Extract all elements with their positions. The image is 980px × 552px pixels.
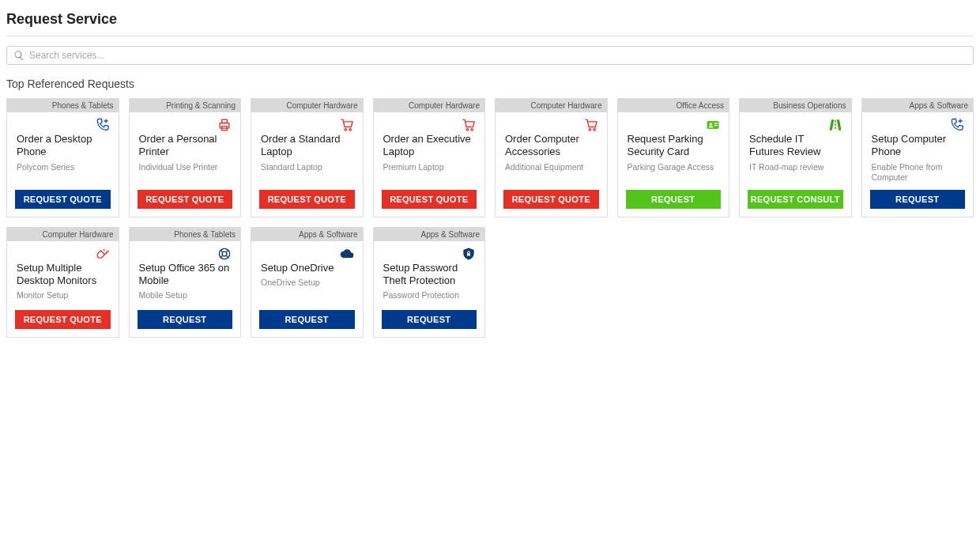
shield-lock-icon [374, 241, 485, 262]
card-body: Setup Office 365 on MobileMobile Setup [130, 262, 241, 310]
card-category: Apps & Software [374, 228, 485, 241]
road-icon [740, 112, 851, 133]
card-category: Apps & Software [251, 228, 363, 241]
card-body: Setup Multiple Desktop MonitorsMonitor S… [7, 262, 119, 310]
service-card: Office AccessRequest Parking Security Ca… [617, 98, 730, 217]
card-title: Order Computer Accessories [505, 133, 597, 159]
card-subtitle: Additional Equipment [505, 162, 597, 173]
service-card: Computer HardwareOrder a Standard Laptop… [251, 98, 364, 217]
card-body: Setup Computer PhoneEnable Phone from Co… [862, 133, 974, 190]
service-card: Computer HardwareOrder Computer Accessor… [495, 98, 608, 217]
card-title: Setup OneDrive [261, 262, 353, 274]
card-title: Order a Standard Laptop [261, 133, 353, 159]
request-button[interactable]: REQUEST [138, 310, 233, 329]
card-category: Apps & Software [862, 99, 974, 112]
request-button[interactable]: REQUEST [870, 190, 966, 209]
plug-icon [7, 241, 119, 262]
cart-icon [251, 112, 363, 133]
page-title: Request Service [6, 6, 974, 36]
section-title: Top Referenced Requests [6, 78, 974, 90]
search-box[interactable] [6, 46, 974, 65]
service-card: Apps & SoftwareSetup Password Theft Prot… [373, 227, 486, 338]
request-consult-button[interactable]: REQUEST CONSULT [748, 190, 843, 209]
card-title: Setup Password Theft Protection [383, 262, 476, 288]
card-category: Computer Hardware [496, 99, 607, 112]
request-quote-button[interactable]: REQUEST QUOTE [382, 190, 477, 209]
card-title: Setup Computer Phone [872, 133, 964, 159]
card-body: Request Parking Security CardParking Gar… [618, 133, 729, 190]
card-category: Business Operations [740, 99, 851, 112]
card-category: Office Access [618, 99, 729, 112]
header-divider [6, 36, 974, 36]
cloud-icon [251, 241, 363, 262]
service-card: Business OperationsSchedule IT Futures R… [739, 98, 852, 217]
phone-plus-icon [7, 112, 119, 133]
card-subtitle: Standard Laptop [261, 162, 353, 173]
card-subtitle: IT Road-map review [749, 162, 842, 173]
service-card: Phones & TabletsOrder a Desktop PhonePol… [6, 98, 119, 217]
service-card: Computer HardwareOrder an Executive Lapt… [373, 98, 486, 217]
card-category: Computer Hardware [251, 99, 363, 112]
card-subtitle: Parking Garage Access [628, 162, 720, 173]
card-subtitle: Polycom Series [17, 162, 109, 173]
card-body: Order an Executive LaptopPremium Laptop [374, 133, 485, 190]
printer-icon [130, 112, 241, 133]
request-button[interactable]: REQUEST [259, 310, 355, 329]
card-title: Order a Personal Printer [139, 133, 232, 159]
request-quote-button[interactable]: REQUEST QUOTE [259, 190, 355, 209]
service-card: Apps & SoftwareSetup Computer PhoneEnabl… [861, 98, 974, 217]
card-title: Setup Office 365 on Mobile [139, 262, 232, 288]
phone-plus-icon [862, 112, 974, 133]
card-subtitle: Monitor Setup [17, 290, 109, 301]
request-quote-button[interactable]: REQUEST QUOTE [503, 190, 599, 209]
card-subtitle: Individual Use Printer [139, 162, 232, 173]
card-category: Computer Hardware [7, 228, 119, 241]
cart-icon [496, 112, 607, 133]
card-body: Schedule IT Futures ReviewIT Road-map re… [740, 133, 851, 190]
card-category: Phones & Tablets [7, 99, 119, 112]
search-icon [13, 50, 24, 61]
request-quote-button[interactable]: REQUEST QUOTE [15, 310, 111, 329]
card-body: Order a Personal PrinterIndividual Use P… [130, 133, 241, 190]
card-title: Request Parking Security Card [628, 133, 720, 159]
card-body: Order a Standard LaptopStandard Laptop [251, 133, 363, 190]
card-subtitle: Premium Laptop [383, 162, 476, 173]
card-title: Order a Desktop Phone [17, 133, 109, 159]
request-quote-button[interactable]: REQUEST QUOTE [15, 190, 111, 209]
card-title: Order an Executive Laptop [383, 133, 476, 159]
card-body: Setup OneDriveOneDrive Setup [251, 262, 363, 310]
cards-grid: Phones & TabletsOrder a Desktop PhonePol… [6, 98, 974, 338]
card-title: Schedule IT Futures Review [749, 133, 842, 159]
card-subtitle: Password Protection [383, 290, 476, 301]
request-quote-button[interactable]: REQUEST QUOTE [138, 190, 233, 209]
card-body: Order a Desktop PhonePolycom Series [7, 133, 119, 190]
request-button[interactable]: REQUEST [626, 190, 722, 209]
service-card: Printing & ScanningOrder a Personal Prin… [129, 98, 242, 217]
card-subtitle: Mobile Setup [139, 290, 232, 301]
card-body: Order Computer AccessoriesAdditional Equ… [496, 133, 607, 190]
search-input[interactable] [29, 50, 967, 61]
service-card: Phones & TabletsSetup Office 365 on Mobi… [129, 227, 242, 338]
service-card: Apps & SoftwareSetup OneDriveOneDrive Se… [251, 227, 364, 338]
request-button[interactable]: REQUEST [382, 310, 477, 329]
card-title: Setup Multiple Desktop Monitors [17, 262, 109, 288]
card-category: Phones & Tablets [130, 228, 241, 241]
cart-icon [374, 112, 485, 133]
card-body: Setup Password Theft ProtectionPassword … [374, 262, 485, 310]
service-card: Computer HardwareSetup Multiple Desktop … [6, 227, 119, 338]
card-subtitle: Enable Phone from Computer [872, 162, 964, 183]
card-category: Computer Hardware [374, 99, 485, 112]
card-category: Printing & Scanning [130, 99, 241, 112]
lifebuoy-icon [130, 241, 241, 262]
card-subtitle: OneDrive Setup [261, 278, 353, 289]
id-card-icon [618, 112, 729, 133]
